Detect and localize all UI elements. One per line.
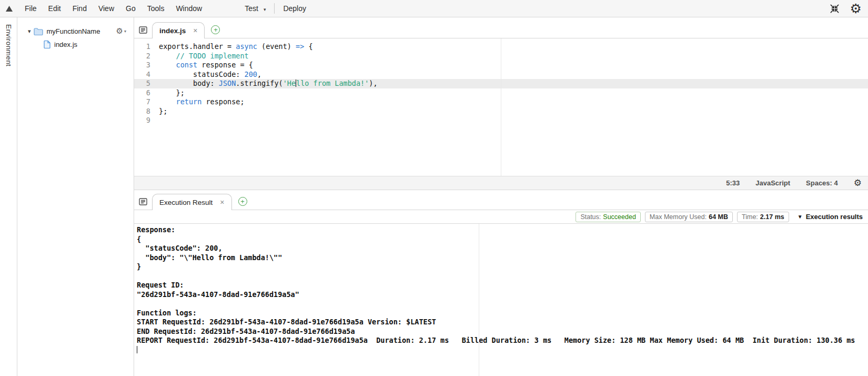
code-text: body: JSON.stringify('Hello from Lambda!… bbox=[159, 79, 378, 88]
environment-strip: Environment bbox=[0, 17, 17, 376]
new-tab-button[interactable]: + bbox=[211, 25, 220, 34]
line-number: 8 bbox=[134, 107, 159, 116]
memory-badge: Max Memory Used: 64 MB bbox=[645, 212, 733, 222]
new-tab-button[interactable]: + bbox=[238, 197, 247, 206]
code-text: return response; bbox=[159, 97, 245, 107]
badge-value: 2.17 ms bbox=[760, 213, 784, 221]
close-icon[interactable]: × bbox=[193, 26, 197, 35]
chevron-down-icon[interactable]: ▾ bbox=[28, 28, 31, 35]
code-token: JSON bbox=[219, 79, 236, 87]
tree-folder-myfunctionname[interactable]: ▾ myFunctionName ⚙▾ bbox=[17, 25, 134, 38]
preferences-gear-icon[interactable]: ⚙ bbox=[850, 2, 862, 15]
console-line: "statusCode": 200, bbox=[137, 244, 868, 253]
code-token: ), bbox=[369, 79, 377, 87]
code-token: => bbox=[296, 42, 304, 51]
menu-find[interactable]: Find bbox=[67, 4, 93, 13]
tab-execution-result[interactable]: Execution Result × bbox=[152, 194, 232, 210]
tree-settings-button[interactable]: ⚙▾ bbox=[116, 26, 126, 36]
code-editor[interactable]: 1exports.handler = async (event) => {2 /… bbox=[134, 38, 868, 176]
menu-file[interactable]: File bbox=[19, 4, 43, 13]
console-line: { bbox=[137, 235, 868, 244]
editor-status-bar: 5:33 JavaScript Spaces: 4 ⚙ bbox=[134, 176, 868, 190]
divider bbox=[274, 3, 275, 14]
menu-tools[interactable]: Tools bbox=[142, 4, 170, 13]
tab-list-icon[interactable] bbox=[139, 198, 147, 205]
console-line: Function logs: bbox=[137, 309, 868, 318]
menu-window[interactable]: Window bbox=[170, 4, 208, 13]
chevron-down-icon: ▾ bbox=[124, 29, 126, 34]
code-text: statusCode: 200, bbox=[159, 70, 261, 80]
execution-results-toggle[interactable]: ▼ Execution results bbox=[798, 213, 863, 221]
time-badge: Time: 2.17 ms bbox=[737, 212, 789, 222]
test-dropdown-button[interactable]: ▾ bbox=[263, 4, 270, 13]
code-text: const response = { bbox=[159, 61, 253, 70]
tree-file-indexjs[interactable]: index.js bbox=[17, 38, 134, 51]
console-line: Request ID: bbox=[137, 281, 868, 290]
plus-icon: + bbox=[214, 26, 218, 34]
code-text: }; bbox=[159, 107, 167, 116]
console-line: START RequestId: 26d291bf-543a-4107-8dad… bbox=[137, 318, 868, 327]
cloud9-logo-icon[interactable] bbox=[5, 5, 14, 13]
code-text: }; bbox=[159, 88, 185, 98]
tab-list-icon[interactable] bbox=[139, 26, 147, 34]
menu-edit[interactable]: Edit bbox=[43, 4, 67, 13]
close-icon[interactable]: × bbox=[220, 198, 224, 206]
line-number: 1 bbox=[134, 42, 159, 52]
tab-indexjs[interactable]: index.js × bbox=[152, 22, 205, 38]
menu-go[interactable]: Go bbox=[120, 4, 142, 13]
code-token: }; bbox=[159, 88, 185, 97]
text-cursor bbox=[137, 346, 137, 353]
environment-tab[interactable]: Environment bbox=[5, 24, 13, 66]
menu-view[interactable]: View bbox=[93, 4, 120, 13]
console-line: } bbox=[137, 262, 868, 272]
indentation-setting[interactable]: Spaces: 4 bbox=[806, 179, 838, 187]
toggle-label: Execution results bbox=[806, 213, 863, 221]
collapse-panes-icon[interactable] bbox=[830, 4, 840, 14]
console-line bbox=[137, 345, 868, 355]
results-tab-bar: Execution Result × + bbox=[134, 190, 868, 210]
editor-settings-gear-icon[interactable]: ⚙ bbox=[854, 179, 862, 187]
code-token: { bbox=[304, 42, 312, 51]
code-text: // TODO implement bbox=[159, 52, 249, 61]
print-margin bbox=[501, 38, 501, 176]
badge-value: Succeeded bbox=[603, 213, 636, 221]
code-token: statusCode: bbox=[159, 70, 245, 78]
tab-label: Execution Result bbox=[159, 199, 213, 206]
triangle-down-icon: ▼ bbox=[798, 214, 803, 220]
console-line bbox=[137, 272, 868, 281]
folder-icon bbox=[34, 28, 43, 35]
code-token: }; bbox=[159, 107, 167, 115]
chevron-down-icon: ▾ bbox=[264, 7, 266, 12]
badge-value: 64 MB bbox=[709, 213, 728, 221]
execution-result-panel: Execution Result × + Status: Succeeded M… bbox=[134, 190, 868, 376]
menubar-right: ⚙ bbox=[830, 2, 868, 15]
code-token: .stringify( bbox=[236, 79, 282, 87]
file-name: index.js bbox=[54, 41, 77, 48]
code-token: exports.handler = bbox=[159, 42, 236, 51]
code-token bbox=[159, 97, 176, 106]
line-number: 4 bbox=[134, 70, 159, 80]
console-line: "body": "\"Hello from Lambda!\"" bbox=[137, 253, 868, 263]
language-mode[interactable]: JavaScript bbox=[755, 179, 790, 187]
code-token: response = { bbox=[197, 61, 253, 69]
cursor-position[interactable]: 5:33 bbox=[726, 179, 740, 187]
test-button[interactable]: Test bbox=[240, 4, 263, 13]
folder-name: myFunctionName bbox=[47, 27, 100, 35]
print-margin bbox=[479, 224, 479, 376]
line-number: 6 bbox=[134, 88, 159, 98]
code-token: response; bbox=[201, 97, 244, 106]
deploy-button[interactable]: Deploy bbox=[279, 4, 310, 13]
editor-pane: index.js × + 1exports.handler = async (e… bbox=[134, 17, 868, 190]
console-output[interactable]: Response:{ "statusCode": 200, "body": "\… bbox=[134, 224, 868, 376]
code-token: return bbox=[176, 97, 202, 106]
code-token: async bbox=[236, 42, 257, 51]
console-line: END RequestId: 26d291bf-543a-4107-8dad-9… bbox=[137, 327, 868, 337]
gear-icon: ⚙ bbox=[116, 26, 123, 36]
console-line: "26d291bf-543a-4107-8dad-91e766d19a5a" bbox=[137, 290, 868, 300]
file-tree-panel: ▾ myFunctionName ⚙▾ index.js bbox=[17, 17, 134, 376]
code-token bbox=[159, 52, 176, 60]
run-controls: Test ▾ Deploy bbox=[240, 3, 310, 14]
code-token: llo from Lambda!' bbox=[296, 79, 369, 87]
code-token: // TODO implement bbox=[176, 52, 249, 60]
console-line: Response: bbox=[137, 225, 868, 235]
